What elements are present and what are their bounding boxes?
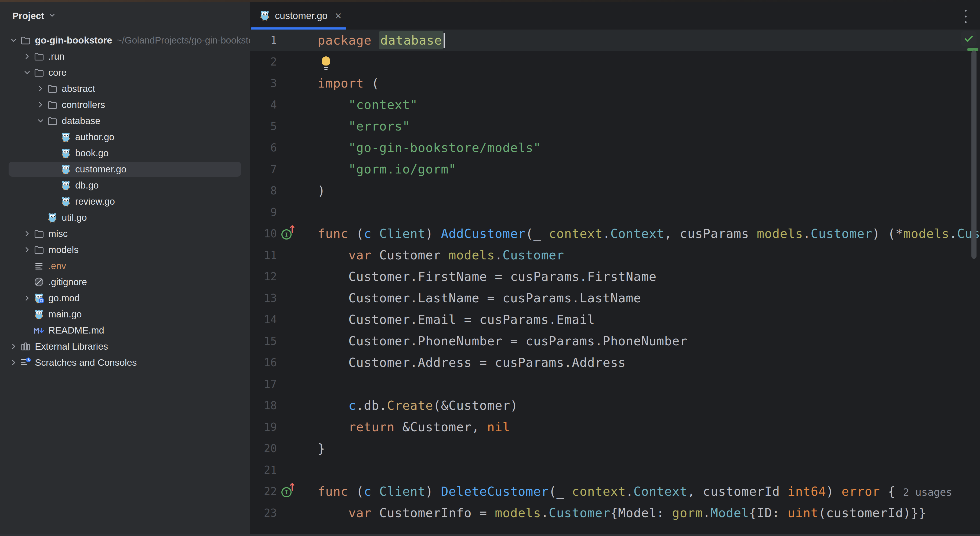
- line-number[interactable]: 18: [264, 395, 277, 416]
- code-line-23[interactable]: 23 var CustomerInfo = models.Customer{Mo…: [250, 502, 980, 524]
- editor-gutter: 10I↑: [250, 223, 315, 244]
- code-line-20[interactable]: 20}: [250, 438, 980, 459]
- code-line-4[interactable]: 4 "context": [250, 94, 980, 116]
- chevron-right-icon[interactable]: [8, 357, 19, 368]
- code-line-16[interactable]: 16 Customer.Address = cusParams.Address: [250, 352, 980, 373]
- tree-item--gitignore[interactable]: .gitignore: [0, 274, 250, 290]
- code-line-9[interactable]: 9: [250, 201, 980, 223]
- code-line-19[interactable]: 19 return &Customer, nil: [250, 416, 980, 438]
- code-line-12[interactable]: 12 Customer.FirstName = cusParams.FirstN…: [250, 266, 980, 287]
- tree-item-author-go[interactable]: author.go: [0, 129, 250, 145]
- intention-lightbulb-icon[interactable]: [321, 56, 331, 72]
- editor-scrollbar-thumb[interactable]: [971, 51, 977, 259]
- code-line-5[interactable]: 5 "errors": [250, 116, 980, 137]
- chevron-down-icon[interactable]: [21, 67, 33, 78]
- tree-item-db-go[interactable]: db.go: [0, 177, 250, 193]
- line-number[interactable]: 23: [264, 502, 277, 524]
- line-number[interactable]: 6: [270, 137, 277, 158]
- line-number[interactable]: 16: [264, 352, 277, 373]
- code-line-13[interactable]: 13 Customer.LastName = cusParams.LastNam…: [250, 287, 980, 309]
- line-number[interactable]: 15: [264, 330, 277, 352]
- tree-item-controllers[interactable]: controllers: [0, 97, 250, 113]
- editor-body[interactable]: 1package database23import (4 "context"5 …: [250, 30, 980, 532]
- tree-item--run[interactable]: .run: [0, 48, 250, 64]
- code-line-10[interactable]: 10I↑func (c Client) AddCustomer(_ contex…: [250, 223, 980, 244]
- code-token: return: [348, 420, 395, 434]
- tree-item-book-go[interactable]: book.go: [0, 145, 250, 161]
- chevron-down-icon[interactable]: [35, 115, 46, 126]
- code-line-6[interactable]: 6 "go-gin-bookstore/models": [250, 137, 980, 158]
- tree-item-review-go[interactable]: review.go: [0, 193, 250, 210]
- editor-options-kebab-icon[interactable]: [963, 10, 968, 23]
- line-number[interactable]: 13: [264, 287, 277, 309]
- inspections-status-widget[interactable]: [961, 31, 977, 46]
- line-number[interactable]: 9: [270, 201, 277, 223]
- chevron-right-icon[interactable]: [35, 83, 46, 94]
- line-number[interactable]: 22: [264, 481, 277, 502]
- usages-code-vision-hint[interactable]: 2 usages: [903, 486, 952, 498]
- code-line-18[interactable]: 18 c.db.Create(&Customer): [250, 395, 980, 416]
- line-number[interactable]: 11: [264, 244, 277, 266]
- line-number[interactable]: 14: [264, 309, 277, 330]
- line-number[interactable]: 7: [270, 158, 277, 180]
- tree-item-customer-go[interactable]: customer.go: [0, 161, 250, 177]
- chevron-right-icon[interactable]: [21, 51, 33, 62]
- project-panel-header[interactable]: Project: [0, 2, 250, 30]
- line-number[interactable]: 19: [264, 416, 277, 438]
- line-number[interactable]: 17: [264, 373, 277, 395]
- line-number[interactable]: 1: [270, 30, 277, 51]
- code-line-11[interactable]: 11 var Customer models.Customer: [250, 244, 980, 266]
- line-number[interactable]: 3: [270, 73, 277, 94]
- chevron-right-icon[interactable]: [21, 228, 33, 239]
- line-number[interactable]: 12: [264, 266, 277, 287]
- line-number[interactable]: 4: [270, 94, 277, 116]
- line-number[interactable]: 2: [270, 51, 277, 73]
- code-line-21[interactable]: 21: [250, 459, 980, 481]
- tree-item-go-mod[interactable]: go.mod: [0, 290, 250, 306]
- editor-gutter: 21: [250, 459, 315, 481]
- implements-interface-gutter-icon[interactable]: I↑: [282, 227, 295, 240]
- chevron-right-icon[interactable]: [8, 341, 19, 352]
- chevron-right-icon[interactable]: [21, 244, 33, 255]
- code-line-15[interactable]: 15 Customer.PhoneNumber = cusParams.Phon…: [250, 330, 980, 352]
- line-number[interactable]: 20: [264, 438, 277, 459]
- code-line-8[interactable]: 8): [250, 180, 980, 201]
- chevron-right-icon[interactable]: [21, 293, 33, 304]
- code-line-14[interactable]: 14 Customer.Email = cusParams.Email: [250, 309, 980, 330]
- chevron-down-icon[interactable]: [8, 35, 19, 46]
- code-line-7[interactable]: 7 "gorm.io/gorm": [250, 158, 980, 180]
- tree-item-main-go[interactable]: main.go: [0, 306, 250, 322]
- code-line-3[interactable]: 3import (: [250, 73, 980, 94]
- code-line-1[interactable]: 1package database: [250, 30, 980, 51]
- code-token: (: [348, 484, 364, 499]
- tab-customer-go[interactable]: customer.go ✕: [251, 2, 346, 30]
- error-stripe-mark[interactable]: [967, 48, 978, 51]
- tree-item--env[interactable]: .env: [0, 258, 250, 274]
- tree-item-models[interactable]: models: [0, 242, 250, 258]
- code-token: "gorm.io/gorm": [348, 162, 457, 177]
- line-number[interactable]: 10: [264, 223, 277, 244]
- code-line-22[interactable]: 22I↑func (c Client) DeleteCustomer(_ con…: [250, 481, 980, 502]
- tree-item-database[interactable]: database: [0, 113, 250, 129]
- goland-ide-window: Project go-gin-bookstore~/GolandProjects…: [0, 0, 980, 536]
- tree-item-go-gin-bookstore[interactable]: go-gin-bookstore~/GolandProjects/go-gin-…: [0, 32, 250, 48]
- tab-close-icon[interactable]: ✕: [334, 11, 342, 21]
- tree-item-misc[interactable]: misc: [0, 226, 250, 242]
- tree-item-readme-md[interactable]: README.md: [0, 322, 250, 338]
- chevron-right-icon[interactable]: [35, 99, 46, 110]
- implements-interface-gutter-icon[interactable]: I↑: [282, 485, 295, 498]
- code-line-2[interactable]: 2: [250, 51, 980, 73]
- code-token: Context: [634, 484, 687, 499]
- line-number[interactable]: 5: [270, 116, 277, 137]
- tree-item-scratches-and-consoles[interactable]: Scratches and Consoles: [0, 355, 250, 371]
- code-line-17[interactable]: 17: [250, 373, 980, 395]
- code-token: gorm: [672, 506, 703, 520]
- tree-item-abstract[interactable]: abstract: [0, 81, 250, 97]
- line-number[interactable]: 21: [264, 459, 277, 481]
- chevron-down-icon[interactable]: [48, 11, 56, 21]
- tree-item-core[interactable]: core: [0, 64, 250, 81]
- line-number[interactable]: 8: [270, 180, 277, 201]
- tree-item-util-go[interactable]: util.go: [0, 210, 250, 226]
- code-token: Customer: [503, 248, 564, 262]
- tree-item-external-libraries[interactable]: External Libraries: [0, 338, 250, 355]
